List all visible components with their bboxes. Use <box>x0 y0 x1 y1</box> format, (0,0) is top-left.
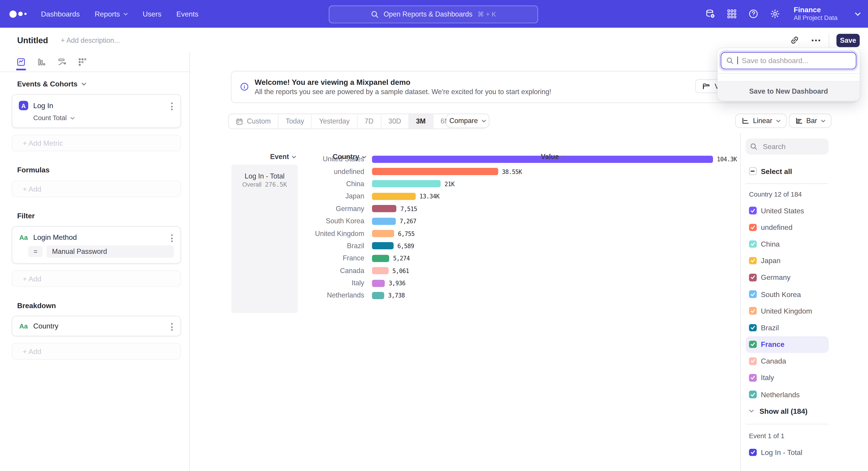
events-cohorts-heading[interactable]: Events & Cohorts <box>17 80 189 88</box>
compare-button[interactable]: Compare <box>446 114 489 128</box>
legend-item-japan[interactable]: Japan <box>746 253 829 269</box>
save-to-dashboard-input[interactable]: Save to dashboard... <box>721 52 857 69</box>
settings-gear-icon[interactable] <box>770 9 780 19</box>
global-search-button[interactable]: Open Reports & Dashboards ⌘ + K <box>329 5 538 23</box>
help-icon[interactable] <box>748 9 758 19</box>
bar[interactable] <box>372 267 389 274</box>
add-formula-button[interactable]: + Add <box>11 180 181 197</box>
bar[interactable] <box>372 168 498 175</box>
bar[interactable] <box>372 180 441 187</box>
checkbox-checked[interactable] <box>749 341 756 348</box>
add-metric-button[interactable]: + Add Metric <box>11 135 181 151</box>
legend-search-box[interactable] <box>746 139 829 154</box>
date-range-today[interactable]: Today <box>278 114 311 128</box>
save-to-new-dashboard-button[interactable]: Save to New Dashboard <box>717 81 860 101</box>
aggregation-selector[interactable]: Count Total <box>33 114 174 122</box>
bar-row-united-kingdom: United Kingdom6,755 <box>231 227 740 240</box>
bar[interactable] <box>372 217 396 225</box>
metric-kebab-icon[interactable] <box>170 101 174 111</box>
legend-item-log-in-total[interactable]: Log In - Total <box>746 444 829 461</box>
mixpanel-logo[interactable] <box>9 10 27 18</box>
legend-item-united-states[interactable]: United States <box>746 202 829 219</box>
legend-item-china[interactable]: China <box>746 236 829 253</box>
checkbox-checked[interactable] <box>749 449 756 456</box>
column-header-event[interactable]: Event <box>270 153 296 160</box>
project-chevron-down-icon[interactable] <box>855 12 861 16</box>
data-management-icon[interactable] <box>705 9 715 19</box>
event-summary-panel[interactable]: Log In - Total Overall 276.5K <box>231 165 298 313</box>
filter-value-chip[interactable]: Manual Password <box>46 245 174 258</box>
select-all-checkbox-indeterminate[interactable] <box>749 168 756 175</box>
more-actions-icon[interactable] <box>811 39 820 41</box>
nav-item-events[interactable]: Events <box>176 10 198 18</box>
date-range-custom[interactable]: Custom <box>228 114 278 128</box>
breakdown-property-name[interactable]: Country <box>33 322 59 330</box>
checkbox-checked[interactable] <box>749 274 756 281</box>
nav-item-reports[interactable]: Reports <box>95 10 128 18</box>
checkbox-checked[interactable] <box>749 324 756 331</box>
bar[interactable] <box>372 292 384 299</box>
metric-event-name[interactable]: Log In <box>33 101 53 110</box>
bar[interactable] <box>372 242 394 249</box>
date-range-30d[interactable]: 30D <box>381 114 408 128</box>
bar[interactable] <box>372 205 397 212</box>
save-button[interactable]: Save <box>836 33 860 47</box>
date-range-7d[interactable]: 7D <box>357 114 381 128</box>
legend-item-undefined[interactable]: undefined <box>746 219 829 236</box>
checkbox-checked[interactable] <box>749 257 756 264</box>
date-range-yesterday[interactable]: Yesterday <box>311 114 357 128</box>
select-all-row[interactable]: Select all <box>746 167 868 176</box>
filter-operator-chip[interactable]: = <box>28 246 43 257</box>
checkbox-checked[interactable] <box>749 307 756 315</box>
breakdown-kebab-icon[interactable] <box>170 322 174 332</box>
legend-item-south-korea[interactable]: South Korea <box>746 286 829 303</box>
bar[interactable] <box>372 193 416 200</box>
bar-row-south-korea: South Korea7,267 <box>231 215 740 227</box>
legend-item-germany[interactable]: Germany <box>746 269 829 286</box>
nav-item-users[interactable]: Users <box>143 10 161 18</box>
scale-selector-button[interactable]: Linear <box>735 114 786 128</box>
legend-item-netherlands[interactable]: Netherlands <box>746 386 829 403</box>
filter-card[interactable]: Aa Login Method = Manual Password <box>11 226 181 264</box>
checkbox-checked[interactable] <box>749 291 756 298</box>
bar[interactable] <box>372 230 394 237</box>
legend-search-input[interactable] <box>762 142 825 151</box>
bar[interactable] <box>372 279 385 287</box>
checkbox-checked[interactable] <box>749 374 756 382</box>
apps-grid-icon[interactable] <box>727 9 737 19</box>
date-range-3m[interactable]: 3M <box>408 114 433 128</box>
chart-type-button[interactable]: Bar <box>789 114 832 128</box>
tab-retention-icon[interactable] <box>78 58 87 66</box>
checkbox-checked[interactable] <box>749 240 756 248</box>
project-selector[interactable]: Finance All Project Data <box>794 6 837 22</box>
legend-item-canada[interactable]: Canada <box>746 353 829 370</box>
column-header-country[interactable]: Country <box>333 153 366 160</box>
string-property-type-icon: Aa <box>19 322 28 330</box>
bar-row-germany: Germany7,515 <box>231 203 740 215</box>
bar[interactable] <box>372 255 389 262</box>
legend-item-united-kingdom[interactable]: United Kingdom <box>746 302 829 319</box>
nav-item-dashboards[interactable]: Dashboards <box>41 10 80 18</box>
breakdown-card[interactable]: Aa Country <box>11 316 181 336</box>
show-all-button[interactable]: Show all (184) <box>746 403 868 420</box>
legend-item-france[interactable]: France <box>746 336 829 353</box>
legend-item-brazil[interactable]: Brazil <box>746 319 829 336</box>
report-title[interactable]: Untitled <box>17 35 48 45</box>
checkbox-checked[interactable] <box>749 224 756 231</box>
tab-flows-icon[interactable] <box>58 58 66 66</box>
checkbox-checked[interactable] <box>749 391 756 399</box>
add-breakdown-button[interactable]: + Add <box>11 343 181 359</box>
legend-item-label: Brazil <box>761 324 779 332</box>
legend-item-italy[interactable]: Italy <box>746 370 829 386</box>
column-header-value[interactable]: Value <box>541 153 566 160</box>
metric-card[interactable]: A Log In Count Total <box>11 94 181 128</box>
filter-property-name[interactable]: Login Method <box>33 233 77 242</box>
add-description-field[interactable]: + Add description... <box>61 36 120 44</box>
copy-link-icon[interactable] <box>790 35 800 45</box>
checkbox-checked[interactable] <box>749 207 756 214</box>
filter-kebab-icon[interactable] <box>170 233 174 243</box>
tab-funnels-icon[interactable] <box>37 58 46 66</box>
checkbox-checked[interactable] <box>749 357 756 365</box>
tab-insights-icon[interactable] <box>17 58 25 66</box>
add-filter-button[interactable]: + Add <box>11 270 181 287</box>
